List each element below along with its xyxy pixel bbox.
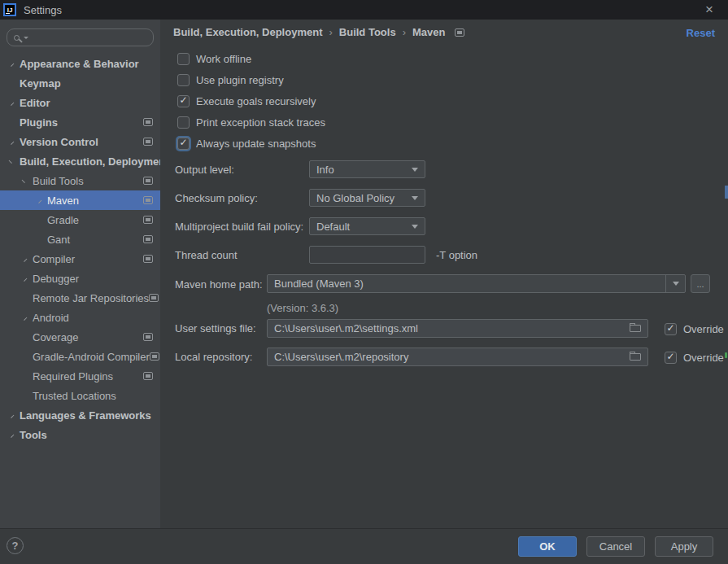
sidebar-item-editor[interactable]: Editor <box>0 93 160 112</box>
sidebar-item-label: Tools <box>20 429 47 441</box>
checkbox-always-update-snapshots[interactable]: Always update snapshots <box>177 137 316 150</box>
scrollbar-thumb[interactable] <box>725 186 728 199</box>
field-value: C:\Users\user\.m2\repository <box>268 351 630 363</box>
checksum-policy-select[interactable]: No Global Policy <box>309 189 425 207</box>
sidebar-item-label: Required Plugins <box>33 370 113 383</box>
search-input[interactable] <box>33 31 148 44</box>
window-title: Settings <box>24 4 62 16</box>
override-local-repo[interactable]: Override <box>665 351 724 364</box>
sidebar-item-compiler[interactable]: Compiler <box>0 249 160 269</box>
selected-value: Default <box>310 221 405 233</box>
checkbox[interactable] <box>177 116 190 129</box>
chevron-right-icon[interactable] <box>7 59 17 69</box>
checkbox[interactable] <box>177 74 190 86</box>
chevron-right-icon[interactable] <box>20 273 30 284</box>
chevron-right-icon[interactable] <box>7 430 17 440</box>
sidebar-item-label: Languages & Frameworks <box>20 409 151 422</box>
selected-value: No Global Policy <box>310 192 405 204</box>
checkbox-use-plugin-registry[interactable]: Use plugin registry <box>177 73 284 86</box>
breadcrumb-separator: › <box>329 26 332 38</box>
sidebar-item-debugger[interactable]: Debugger <box>0 269 160 288</box>
sidebar-item-version-control[interactable]: Version Control <box>0 132 160 151</box>
chevron-right-icon[interactable] <box>7 137 17 147</box>
maven-home-label: Maven home path: <box>175 278 263 291</box>
browse-button[interactable]: ... <box>691 274 710 293</box>
panel-icon <box>149 294 159 302</box>
search-box[interactable] <box>7 28 154 46</box>
sidebar-item-remote-jar-repositories[interactable]: Remote Jar Repositories <box>0 288 160 308</box>
chevron-right-icon[interactable] <box>20 313 30 323</box>
sidebar-item-label: Build Tools <box>33 175 84 187</box>
checkbox-work-offline[interactable]: Work offline <box>177 52 251 65</box>
sidebar-item-gradle[interactable]: Gradle <box>0 210 160 230</box>
checkbox-execute-goals-recursively[interactable]: Execute goals recursively <box>177 94 316 107</box>
checkbox[interactable] <box>665 323 677 335</box>
sidebar-item-android[interactable]: Android <box>0 308 160 327</box>
fail-policy-select[interactable]: Default <box>309 217 425 235</box>
chevron-down-icon[interactable] <box>20 176 30 186</box>
sidebar-item-maven[interactable]: Maven <box>0 190 160 210</box>
panel-icon <box>143 235 153 243</box>
chevron-right-icon[interactable] <box>7 98 17 108</box>
sidebar-item-trusted-locations[interactable]: Trusted Locations <box>0 386 160 405</box>
sidebar-item-label: Remote Jar Repositories <box>33 292 149 304</box>
chevron-down-icon <box>24 37 28 39</box>
sidebar-item-gradle-android-compiler[interactable]: Gradle-Android Compiler <box>0 347 160 366</box>
sidebar-item-coverage[interactable]: Coverage <box>0 327 160 347</box>
output-level-select[interactable]: Info <box>309 160 425 178</box>
chevron-right-icon[interactable] <box>7 410 17 421</box>
sidebar-item-gant[interactable]: Gant <box>0 230 160 249</box>
chevron-down-icon <box>412 168 418 172</box>
thread-count-label: Thread count <box>175 249 238 261</box>
chevron-down-icon <box>412 196 418 200</box>
sidebar-item-label: Trusted Locations <box>33 390 116 402</box>
cancel-button[interactable]: Cancel <box>586 536 645 557</box>
chevron-spacer <box>34 234 45 245</box>
checkbox-label: Print exception stack traces <box>196 116 325 129</box>
maven-home-select[interactable]: Bundled (Maven 3) <box>267 274 686 293</box>
sidebar-item-plugins[interactable]: Plugins <box>0 112 160 132</box>
footer: ? OK Cancel Apply <box>0 528 728 564</box>
sidebar-item-build-tools[interactable]: Build Tools <box>0 171 160 190</box>
breadcrumb-item[interactable]: Maven <box>412 26 445 38</box>
field-value: C:\Users\user\.m2\settings.xml <box>268 322 630 334</box>
chevron-right-icon[interactable] <box>34 195 45 206</box>
sidebar-item-build-execution-deployment[interactable]: Build, Execution, Deployment <box>0 151 160 171</box>
panel-icon <box>455 28 464 37</box>
ok-button[interactable]: OK <box>518 536 577 557</box>
local-repo-label: Local repository: <box>175 351 252 363</box>
apply-button[interactable]: Apply <box>655 536 713 557</box>
close-icon[interactable]: × <box>705 1 713 19</box>
selected-value: Info <box>310 164 405 176</box>
folder-icon[interactable] <box>630 325 641 332</box>
sidebar-item-label: Debugger <box>33 273 79 285</box>
checkbox[interactable] <box>177 95 190 107</box>
sidebar-item-appearance-behavior[interactable]: Appearance & Behavior <box>0 54 160 73</box>
sidebar-item-languages-frameworks[interactable]: Languages & Frameworks <box>0 405 160 425</box>
user-settings-file-input[interactable]: C:\Users\user\.m2\settings.xml <box>267 319 648 338</box>
titlebar: IJ Settings × <box>0 0 728 20</box>
sidebar-item-label: Maven <box>47 195 79 207</box>
checkbox[interactable] <box>177 138 190 150</box>
chevron-spacer <box>20 332 30 343</box>
chevron-right-icon[interactable] <box>20 254 30 265</box>
reset-link[interactable]: Reset <box>687 27 715 39</box>
chevron-spacer <box>20 293 30 304</box>
panel-icon <box>150 352 159 361</box>
help-icon[interactable]: ? <box>7 537 24 554</box>
checkbox[interactable] <box>665 352 677 364</box>
chevron-down-icon[interactable] <box>7 156 17 167</box>
sidebar-item-label: Appearance & Behavior <box>20 58 139 70</box>
sidebar-item-label: Gant <box>47 234 70 246</box>
checkbox-print-exception-stack-traces[interactable]: Print exception stack traces <box>177 116 325 129</box>
sidebar-item-keymap[interactable]: Keymap <box>0 73 160 93</box>
folder-icon[interactable] <box>630 353 641 361</box>
override-user-settings[interactable]: Override <box>665 322 724 335</box>
sidebar-item-tools[interactable]: Tools <box>0 425 160 444</box>
local-repository-input[interactable]: C:\Users\user\.m2\repository <box>267 348 648 366</box>
thread-count-input[interactable] <box>309 246 425 264</box>
checkbox[interactable] <box>177 53 190 65</box>
breadcrumb-item[interactable]: Build Tools <box>339 26 396 38</box>
breadcrumb-item[interactable]: Build, Execution, Deployment <box>173 26 322 38</box>
sidebar-item-required-plugins[interactable]: Required Plugins <box>0 366 160 386</box>
